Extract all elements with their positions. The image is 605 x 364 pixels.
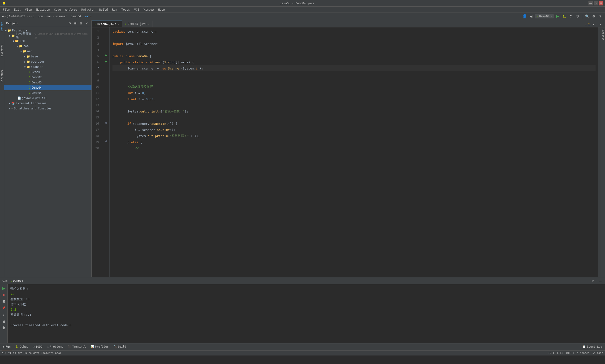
tree-item-operator[interactable]: ▶ 📁 operator	[4, 59, 91, 64]
bottom-tab-todo[interactable]: ☑ TODO	[32, 344, 43, 350]
project-panel-tab[interactable]: Project	[0, 21, 4, 34]
close-button[interactable]: ✕	[599, 1, 603, 5]
rerun-button[interactable]: ▶	[1, 285, 7, 291]
bottom-tab-debug[interactable]: 🐛 Debug	[14, 344, 29, 350]
breadcrumb-src[interactable]: src	[29, 15, 34, 18]
run-tab[interactable]: C Demo04	[11, 279, 23, 283]
breadcrumb-main[interactable]: main	[85, 15, 91, 18]
code-line-15	[113, 114, 595, 120]
menu-navigate[interactable]: Navigate	[34, 8, 52, 12]
bottom-tab-build[interactable]: 🔨 Build	[113, 344, 127, 350]
menu-tools[interactable]: Tools	[120, 8, 132, 12]
debug-button[interactable]: 🐛	[561, 13, 567, 19]
tree-item-external-libs[interactable]: ▶ 📚 External Libraries	[4, 101, 91, 106]
src-folder-icon: 📂	[15, 39, 19, 42]
menu-file[interactable]: File	[1, 8, 12, 12]
console-input-1: 10	[10, 291, 14, 297]
tab-demo05-close[interactable]: ✕	[148, 23, 149, 25]
breadcrumb-demo04[interactable]: Demo04	[71, 15, 81, 18]
gear-icon[interactable]: ⚙	[67, 21, 73, 26]
tree-item-demo04[interactable]: C Demo04	[4, 85, 91, 90]
menu-refactor[interactable]: Refactor	[79, 8, 97, 12]
bottom-tab-profiler[interactable]: 📊 Profiler	[90, 344, 110, 350]
tree-item-demo01[interactable]: C Demo01	[4, 69, 91, 75]
menu-view[interactable]: View	[23, 8, 34, 12]
breadcrumb-scanner[interactable]: scanner	[55, 15, 67, 18]
close-run-panel-button[interactable]: ⚙	[590, 278, 595, 284]
minimize-run-panel-button[interactable]: —	[597, 278, 603, 284]
pin-tab-button[interactable]: 📌	[1, 305, 7, 311]
print-button[interactable]: 🖨	[1, 318, 7, 324]
scroll-to-end-button[interactable]: ↓	[1, 312, 7, 317]
tree-item-com[interactable]: ▼ 📁 com	[4, 43, 91, 49]
run-arrow-5[interactable]: ▶	[105, 53, 107, 57]
bottom-tab-problems[interactable]: ⚠ Problems	[46, 344, 64, 350]
tree-item-iml[interactable]: 📄 java基础语法.iml	[4, 95, 91, 101]
todo-tab-icon: ☑	[33, 345, 35, 348]
bottom-tab-event-log[interactable]: 📋 Event Log	[582, 344, 603, 350]
tree-item-base[interactable]: ▶ 📁 base	[4, 54, 91, 59]
scroll-up-icon[interactable]: ▲	[591, 22, 596, 27]
title-bar: 💡 javaSE - Demo04.java — □ ✕	[0, 0, 605, 7]
console-output[interactable]: 请输入整数： 10 整数数据：10 请输入小数： 1.1 整数数据：1.1 Pr…	[8, 284, 605, 343]
nav-back[interactable]: ◀	[2, 15, 3, 18]
app-icon: 💡	[2, 1, 6, 5]
tree-item-scratches[interactable]: ▶ ✏ Scratches and Consoles	[4, 106, 91, 111]
run-tab-name: Demo04	[13, 279, 23, 283]
help-button[interactable]: ?	[597, 13, 603, 19]
status-left: All files are up-to-date (moments ago)	[2, 351, 62, 354]
tab-demo05[interactable]: C Demo05.java ✕	[122, 21, 153, 27]
database-panel-tab[interactable]: Database	[601, 27, 605, 42]
menu-vcs[interactable]: VCS	[132, 8, 141, 12]
nav-prev-button[interactable]: ◀	[528, 13, 534, 19]
tree-item-demo03[interactable]: C Demo03	[4, 80, 91, 85]
code-content[interactable]: package com.nan.scanner; import java.uti…	[110, 27, 598, 277]
menu-run[interactable]: Run	[110, 8, 119, 12]
breadcrumb-com[interactable]: com	[38, 15, 43, 18]
run-button[interactable]: ▶	[555, 13, 560, 19]
scroll-down-icon[interactable]: ▼	[597, 22, 603, 27]
external-libs-label: External Libraries	[16, 102, 47, 105]
tree-item-scanner[interactable]: ▼ 📁 scanner	[4, 64, 91, 69]
run-arrow-6[interactable]: ▶	[105, 59, 107, 63]
profile-button[interactable]: 👤	[522, 13, 528, 19]
chevron-down-icon-scanner: ▼	[24, 66, 26, 68]
breadcrumb-root[interactable]: java基础语法	[7, 14, 25, 18]
restore-layout-button[interactable]: ⊞	[1, 299, 7, 304]
tree-item-demo05[interactable]: C Demo05	[4, 90, 91, 95]
menu-help[interactable]: Help	[156, 8, 167, 12]
bottom-tab-run[interactable]: ▶ Run	[2, 344, 12, 350]
tree-item-java-project[interactable]: ▼ 📁 java基础语法 C:\Users\Nan\IdeaProjects\j…	[4, 33, 91, 38]
settings-button[interactable]: ⚙	[591, 13, 596, 19]
tree-item-demo02[interactable]: C Demo02	[4, 75, 91, 80]
clear-output-button[interactable]: 🗑	[1, 325, 7, 331]
stop-button[interactable]: ■	[1, 292, 7, 298]
favorites-panel-tab[interactable]: Favorites	[0, 43, 4, 59]
nav-forward[interactable]: ▶	[4, 15, 6, 18]
coverage-button[interactable]: ☂	[568, 13, 574, 19]
menu-edit[interactable]: Edit	[12, 8, 23, 12]
cursor-position[interactable]: 10:1	[548, 351, 554, 354]
menu-analyze[interactable]: Analyze	[63, 8, 79, 12]
tree-item-nan[interactable]: ▼ 📁 nan	[4, 49, 91, 54]
run-config-selector[interactable]: ☕ Demo04 ▼	[535, 14, 554, 18]
breadcrumb-nan[interactable]: nan	[46, 15, 51, 18]
operator-label: operator	[31, 60, 45, 63]
close-project-panel-icon[interactable]: ✕	[84, 21, 90, 26]
structure-panel-tab[interactable]: Structure	[0, 68, 4, 84]
menu-code[interactable]: Code	[52, 8, 63, 12]
status-bar: All files are up-to-date (moments ago) 1…	[0, 350, 605, 355]
maximize-button[interactable]: □	[594, 1, 598, 5]
bottom-tab-terminal[interactable]: ⬛ Terminal	[67, 344, 87, 350]
profile-run-button[interactable]: ⏱	[575, 13, 580, 19]
expand-all-icon[interactable]: ⊞	[73, 21, 78, 26]
tab-demo04-close[interactable]: ✕	[118, 23, 119, 25]
menu-build[interactable]: Build	[97, 8, 110, 12]
editor-scrollbar[interactable]	[598, 27, 601, 277]
collapse-all-icon[interactable]: ⊟	[78, 21, 84, 26]
code-editor[interactable]: 1 2 3 4 5 6 7 8 9 10 11 12 13 14 15 16 1	[92, 27, 601, 277]
search-everywhere-button[interactable]: 🔍	[584, 13, 590, 19]
menu-window[interactable]: Window	[142, 8, 155, 12]
tab-demo04[interactable]: C Demo04.java ✕	[92, 21, 122, 27]
minimize-button[interactable]: —	[589, 1, 593, 5]
